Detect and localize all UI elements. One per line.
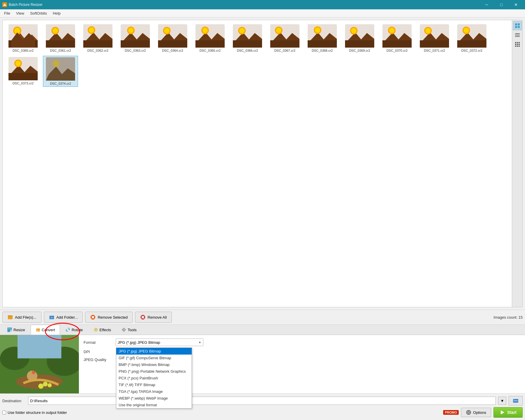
format-dropdown-list[interactable]: JPG (*.jpg) JPEG Bitmap GIF (*.gif) Comp… — [116, 348, 192, 409]
image-label: DSC_0361.cr2 — [50, 49, 71, 52]
thumbnail-selected — [46, 57, 75, 81]
list-item[interactable]: DSC_0363.cr2 — [118, 23, 153, 53]
svg-rect-26 — [158, 40, 187, 48]
format-option-tif[interactable]: TIF (*.tif) TIFF Bitmap — [116, 381, 192, 388]
list-item[interactable]: DSC_0361.cr2 — [43, 23, 78, 53]
preview-image — [0, 335, 79, 393]
svg-text:+: + — [51, 316, 52, 319]
close-button[interactable]: ✕ — [509, 0, 523, 9]
svg-rect-140 — [514, 400, 518, 401]
list-item[interactable]: DSC_0368.cr2 — [305, 23, 340, 53]
remove-all-button[interactable]: Remove All — [135, 312, 172, 323]
destination-dropdown-button[interactable]: ▼ — [498, 397, 506, 405]
app-icon — [2, 2, 7, 7]
tools-icon — [122, 327, 126, 332]
svg-point-33 — [202, 28, 208, 33]
start-button[interactable]: Start — [493, 407, 523, 418]
menu-file[interactable]: File — [1, 10, 13, 17]
list-item[interactable]: DSC_0365.cr2 — [193, 23, 228, 53]
svg-point-43 — [276, 28, 281, 33]
svg-point-120 — [95, 329, 96, 330]
svg-rect-89 — [517, 42, 518, 43]
grid-view-button[interactable] — [513, 40, 522, 49]
bottom-area: Destination ▼ Use folder structure in ou… — [0, 393, 525, 420]
tab-rotate-label: Rotate — [72, 328, 83, 332]
images-count: Images count: 15 — [493, 315, 523, 320]
effects-icon — [93, 327, 98, 332]
svg-rect-109 — [8, 330, 10, 332]
format-option-png[interactable]: PNG (*.png) Portable Network Graphics — [116, 368, 192, 375]
add-files-label: Add File(s)... — [15, 315, 37, 320]
menu-softorbits[interactable]: SoftOrbits — [27, 10, 50, 17]
format-option-original[interactable]: Use the original format — [116, 402, 192, 408]
svg-rect-93 — [519, 44, 520, 45]
browse-folder-button[interactable] — [509, 396, 523, 405]
tab-convert[interactable]: Convert — [31, 325, 60, 335]
list-item[interactable]: DSC_0367.cr2 — [267, 23, 302, 53]
right-toolbar — [512, 20, 522, 307]
svg-rect-146 — [470, 412, 471, 413]
start-label: Start — [507, 410, 517, 415]
image-label: DSC_0363.cr2 — [125, 49, 146, 52]
list-item[interactable]: DSC_0371.cr2 — [417, 23, 452, 53]
format-option-webp[interactable]: WEBP (*.webp) WebP Image — [116, 395, 192, 402]
options-button[interactable]: Options — [461, 408, 491, 417]
add-files-button[interactable]: Add File(s)... — [2, 312, 41, 323]
tab-rotate[interactable]: Rotate — [60, 325, 88, 335]
format-value: JPG (*.jpg) JPEG Bitmap — [118, 340, 160, 345]
folder-structure-label[interactable]: Use folder structure in output folder — [2, 410, 67, 415]
app-title: Batch Picture Resizer — [9, 3, 42, 7]
list-item[interactable]: DSC_0370.cr2 — [380, 23, 415, 53]
thumbnail — [83, 24, 112, 48]
svg-rect-96 — [519, 46, 520, 47]
folder-structure-checkbox[interactable] — [2, 411, 6, 414]
destination-input[interactable] — [28, 397, 496, 405]
format-option-gif[interactable]: GIF (*.gif) CompuServe Bitmap — [116, 355, 192, 361]
tab-effects[interactable]: Effects — [89, 325, 116, 335]
menu-view[interactable]: View — [13, 10, 27, 17]
list-item[interactable]: DSC_0369.cr2 — [342, 23, 377, 53]
list-view-icon — [515, 32, 520, 38]
svg-rect-83 — [515, 26, 517, 28]
thumbnail — [345, 24, 374, 48]
format-option-pcx[interactable]: PCX (*.pcx) PaintBrush — [116, 375, 192, 381]
remove-selected-button[interactable]: Remove Selected — [85, 312, 133, 323]
convert-icon — [36, 327, 40, 332]
svg-point-38 — [239, 28, 245, 33]
svg-rect-81 — [515, 23, 517, 25]
rotate-icon — [65, 327, 70, 332]
restore-button[interactable]: □ — [495, 0, 508, 9]
list-item[interactable]: DSC_0360.cr2 — [6, 23, 41, 53]
promo-badge: PROMO — [443, 410, 459, 415]
list-item[interactable]: DSC_0374.cr2 — [43, 56, 78, 87]
format-dropdown[interactable]: JPG (*.jpg) JPEG Bitmap ▼ JPG (*.jpg) JP… — [116, 339, 203, 346]
tab-resize[interactable]: Resize — [2, 325, 30, 335]
list-view-button[interactable] — [513, 31, 522, 39]
resize-icon — [7, 327, 12, 332]
list-item[interactable]: DSC_0366.cr2 — [230, 23, 265, 53]
tabs-row: Resize Convert — [0, 325, 525, 335]
list-item[interactable]: DSC_0372.cr2 — [454, 23, 489, 53]
list-item[interactable]: DSC_0364.cr2 — [155, 23, 190, 53]
title-bar-left: Batch Picture Resizer — [2, 2, 42, 7]
thumbnail — [308, 24, 337, 48]
large-icons-button[interactable] — [513, 21, 522, 30]
svg-rect-95 — [517, 46, 518, 47]
image-area: DSC_0360.cr2 DSC_0361.cr2 — [2, 20, 523, 307]
svg-rect-66 — [457, 40, 486, 48]
image-grid[interactable]: DSC_0360.cr2 DSC_0361.cr2 — [3, 20, 512, 307]
list-item[interactable]: DSC_0373.cr2 — [6, 56, 41, 87]
add-folder-label: Add Folder... — [56, 315, 78, 320]
minimize-button[interactable]: ─ — [480, 0, 493, 9]
format-option-jpg[interactable]: JPG (*.jpg) JPEG Bitmap — [116, 348, 192, 355]
menu-help[interactable]: Help — [50, 10, 64, 17]
svg-rect-126 — [125, 329, 126, 330]
format-option-bmp[interactable]: BMP (*.bmp) Windows Bitmap — [116, 361, 192, 368]
image-label: DSC_0364.cr2 — [162, 49, 183, 52]
list-item[interactable]: DSC_0362.cr2 — [80, 23, 115, 53]
tab-tools-label: Tools — [128, 328, 136, 332]
add-folder-button[interactable]: + Add Folder... — [44, 312, 83, 323]
tab-tools[interactable]: Tools — [117, 325, 141, 335]
svg-point-53 — [351, 28, 356, 33]
format-option-tga[interactable]: TGA (*.tga) TARGA Image — [116, 388, 192, 395]
